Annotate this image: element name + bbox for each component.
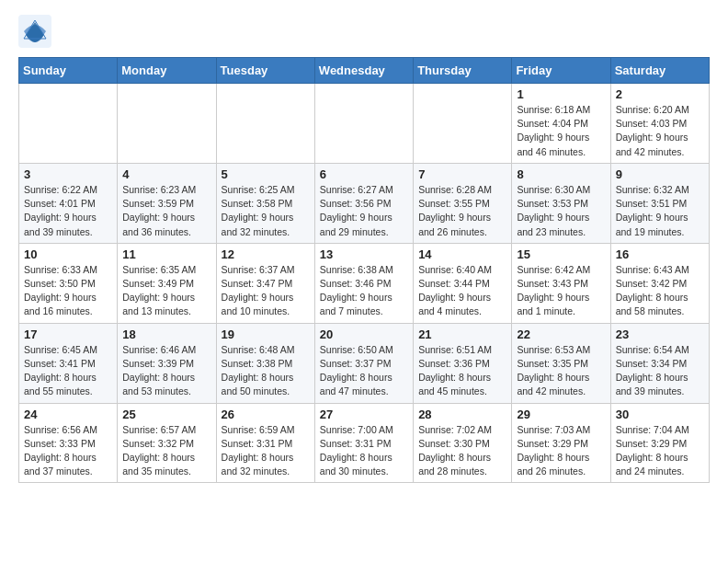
day-cell: 6Sunrise: 6:27 AM Sunset: 3:56 PM Daylig… (314, 163, 413, 243)
day-cell: 25Sunrise: 6:57 AM Sunset: 3:32 PM Dayli… (118, 403, 216, 483)
day-cell: 17Sunrise: 6:45 AM Sunset: 3:41 PM Dayli… (19, 323, 118, 403)
day-cell (19, 84, 118, 164)
day-cell: 21Sunrise: 6:51 AM Sunset: 3:36 PM Dayli… (414, 323, 512, 403)
day-info: Sunrise: 6:40 AM Sunset: 3:44 PM Dayligh… (418, 263, 506, 319)
day-info: Sunrise: 6:45 AM Sunset: 3:41 PM Dayligh… (24, 343, 112, 399)
day-cell (314, 84, 413, 164)
day-info: Sunrise: 6:51 AM Sunset: 3:36 PM Dayligh… (418, 343, 506, 399)
day-cell: 27Sunrise: 7:00 AM Sunset: 3:31 PM Dayli… (314, 403, 413, 483)
day-cell: 24Sunrise: 6:56 AM Sunset: 3:33 PM Dayli… (19, 403, 118, 483)
day-number: 5 (222, 167, 310, 181)
day-number: 6 (320, 167, 408, 181)
day-info: Sunrise: 6:25 AM Sunset: 3:58 PM Dayligh… (222, 183, 310, 239)
day-cell: 23Sunrise: 6:54 AM Sunset: 3:34 PM Dayli… (610, 323, 709, 403)
day-info: Sunrise: 6:56 AM Sunset: 3:33 PM Dayligh… (24, 423, 112, 479)
day-info: Sunrise: 6:28 AM Sunset: 3:55 PM Dayligh… (418, 183, 506, 239)
day-cell: 10Sunrise: 6:33 AM Sunset: 3:50 PM Dayli… (19, 243, 118, 323)
day-cell: 19Sunrise: 6:48 AM Sunset: 3:38 PM Dayli… (216, 323, 314, 403)
day-info: Sunrise: 6:22 AM Sunset: 4:01 PM Dayligh… (24, 183, 112, 239)
weekday-thursday: Thursday (414, 58, 512, 84)
day-number: 9 (616, 167, 704, 181)
day-number: 30 (616, 408, 704, 421)
day-info: Sunrise: 6:32 AM Sunset: 3:51 PM Dayligh… (616, 183, 704, 239)
day-number: 28 (418, 408, 506, 421)
week-row-2: 3Sunrise: 6:22 AM Sunset: 4:01 PM Daylig… (19, 163, 710, 243)
day-info: Sunrise: 6:18 AM Sunset: 4:04 PM Dayligh… (517, 103, 605, 159)
day-number: 1 (517, 87, 605, 101)
page: SundayMondayTuesdayWednesdayThursdayFrid… (0, 0, 728, 492)
day-cell: 1Sunrise: 6:18 AM Sunset: 4:04 PM Daylig… (512, 84, 610, 164)
day-cell: 3Sunrise: 6:22 AM Sunset: 4:01 PM Daylig… (19, 163, 118, 243)
weekday-friday: Friday (512, 58, 610, 84)
day-number: 7 (418, 167, 506, 181)
day-info: Sunrise: 7:02 AM Sunset: 3:30 PM Dayligh… (418, 423, 506, 479)
day-cell: 13Sunrise: 6:38 AM Sunset: 3:46 PM Dayli… (314, 243, 413, 323)
day-number: 27 (320, 408, 408, 421)
day-cell: 8Sunrise: 6:30 AM Sunset: 3:53 PM Daylig… (512, 163, 610, 243)
day-info: Sunrise: 6:20 AM Sunset: 4:03 PM Dayligh… (616, 103, 704, 159)
day-info: Sunrise: 6:33 AM Sunset: 3:50 PM Dayligh… (24, 263, 112, 319)
day-cell: 30Sunrise: 7:04 AM Sunset: 3:29 PM Dayli… (610, 403, 709, 483)
weekday-sunday: Sunday (19, 58, 118, 84)
day-number: 4 (122, 167, 210, 181)
day-number: 19 (222, 327, 310, 341)
weekday-saturday: Saturday (610, 58, 709, 84)
day-number: 23 (616, 327, 704, 341)
day-number: 10 (24, 247, 112, 261)
day-info: Sunrise: 6:53 AM Sunset: 3:35 PM Dayligh… (517, 343, 605, 399)
day-cell: 2Sunrise: 6:20 AM Sunset: 4:03 PM Daylig… (610, 84, 709, 164)
day-number: 11 (122, 247, 210, 261)
day-cell (414, 84, 512, 164)
day-cell: 20Sunrise: 6:50 AM Sunset: 3:37 PM Dayli… (314, 323, 413, 403)
day-number: 26 (222, 408, 310, 421)
day-cell: 11Sunrise: 6:35 AM Sunset: 3:49 PM Dayli… (118, 243, 216, 323)
day-number: 18 (122, 327, 210, 341)
day-info: Sunrise: 6:42 AM Sunset: 3:43 PM Dayligh… (517, 263, 605, 319)
weekday-monday: Monday (118, 58, 216, 84)
day-cell: 29Sunrise: 7:03 AM Sunset: 3:29 PM Dayli… (512, 403, 610, 483)
day-number: 20 (320, 327, 408, 341)
day-number: 15 (517, 247, 605, 261)
day-number: 12 (222, 247, 310, 261)
day-cell: 28Sunrise: 7:02 AM Sunset: 3:30 PM Dayli… (414, 403, 512, 483)
calendar: SundayMondayTuesdayWednesdayThursdayFrid… (18, 57, 710, 483)
day-cell: 4Sunrise: 6:23 AM Sunset: 3:59 PM Daylig… (118, 163, 216, 243)
week-row-1: 1Sunrise: 6:18 AM Sunset: 4:04 PM Daylig… (19, 84, 710, 164)
day-info: Sunrise: 6:50 AM Sunset: 3:37 PM Dayligh… (320, 343, 408, 399)
day-info: Sunrise: 6:27 AM Sunset: 3:56 PM Dayligh… (320, 183, 408, 239)
day-cell: 12Sunrise: 6:37 AM Sunset: 3:47 PM Dayli… (216, 243, 314, 323)
day-info: Sunrise: 6:30 AM Sunset: 3:53 PM Dayligh… (517, 183, 605, 239)
week-row-3: 10Sunrise: 6:33 AM Sunset: 3:50 PM Dayli… (19, 243, 710, 323)
day-cell: 7Sunrise: 6:28 AM Sunset: 3:55 PM Daylig… (414, 163, 512, 243)
day-info: Sunrise: 6:23 AM Sunset: 3:59 PM Dayligh… (122, 183, 210, 239)
day-cell: 15Sunrise: 6:42 AM Sunset: 3:43 PM Dayli… (512, 243, 610, 323)
day-info: Sunrise: 6:48 AM Sunset: 3:38 PM Dayligh… (222, 343, 310, 399)
day-cell: 18Sunrise: 6:46 AM Sunset: 3:39 PM Dayli… (118, 323, 216, 403)
day-cell: 5Sunrise: 6:25 AM Sunset: 3:58 PM Daylig… (216, 163, 314, 243)
day-number: 13 (320, 247, 408, 261)
logo (18, 15, 55, 48)
day-cell: 14Sunrise: 6:40 AM Sunset: 3:44 PM Dayli… (414, 243, 512, 323)
day-info: Sunrise: 6:38 AM Sunset: 3:46 PM Dayligh… (320, 263, 408, 319)
day-info: Sunrise: 7:00 AM Sunset: 3:31 PM Dayligh… (320, 423, 408, 479)
weekday-header-row: SundayMondayTuesdayWednesdayThursdayFrid… (19, 58, 710, 84)
logo-icon (18, 15, 51, 48)
day-number: 21 (418, 327, 506, 341)
day-number: 3 (24, 167, 112, 181)
day-number: 22 (517, 327, 605, 341)
day-number: 17 (24, 327, 112, 341)
day-cell (118, 84, 216, 164)
day-info: Sunrise: 6:54 AM Sunset: 3:34 PM Dayligh… (616, 343, 704, 399)
day-info: Sunrise: 6:57 AM Sunset: 3:32 PM Dayligh… (122, 423, 210, 479)
day-info: Sunrise: 6:59 AM Sunset: 3:31 PM Dayligh… (222, 423, 310, 479)
day-cell: 16Sunrise: 6:43 AM Sunset: 3:42 PM Dayli… (610, 243, 709, 323)
day-number: 25 (122, 408, 210, 421)
day-cell: 9Sunrise: 6:32 AM Sunset: 3:51 PM Daylig… (610, 163, 709, 243)
day-number: 14 (418, 247, 506, 261)
day-number: 8 (517, 167, 605, 181)
day-number: 2 (616, 87, 704, 101)
weekday-tuesday: Tuesday (216, 58, 314, 84)
day-info: Sunrise: 7:03 AM Sunset: 3:29 PM Dayligh… (517, 423, 605, 479)
day-info: Sunrise: 6:35 AM Sunset: 3:49 PM Dayligh… (122, 263, 210, 319)
week-row-4: 17Sunrise: 6:45 AM Sunset: 3:41 PM Dayli… (19, 323, 710, 403)
